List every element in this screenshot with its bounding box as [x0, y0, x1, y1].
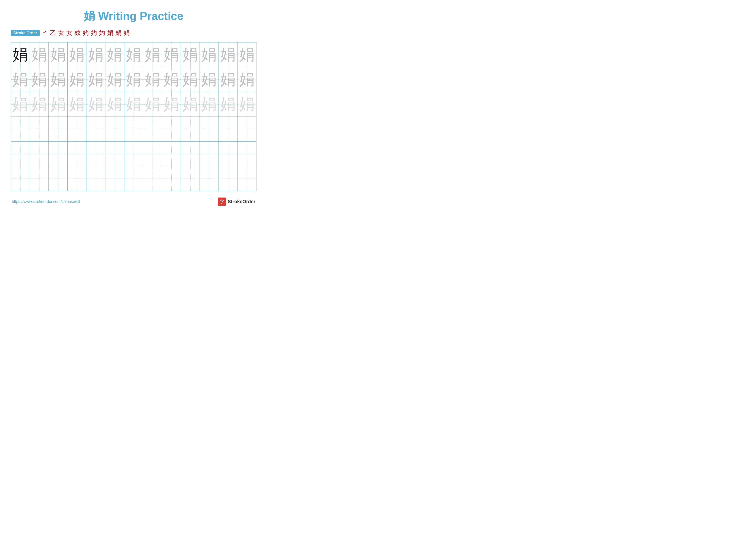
grid-cell[interactable]	[68, 166, 86, 191]
grid-cell[interactable]	[124, 166, 143, 191]
grid-cell: 娟	[143, 92, 162, 117]
grid-cell[interactable]	[30, 166, 49, 191]
character-medium: 娟	[32, 46, 47, 63]
character-medium: 娟	[107, 71, 122, 88]
grid-cell[interactable]	[11, 141, 30, 166]
grid-cell: 娟	[105, 42, 124, 67]
grid-cell[interactable]	[124, 141, 143, 166]
grid-cell: 娟	[86, 92, 105, 117]
stroke-step-8: 妁	[99, 29, 105, 37]
grid-cell[interactable]	[105, 141, 124, 166]
grid-cell: 娟	[162, 42, 181, 67]
grid-cell: 娟	[143, 42, 162, 67]
grid-cell: 娟	[49, 67, 68, 92]
footer-logo: 字 StrokeOrder	[218, 197, 256, 206]
grid-cell[interactable]	[219, 166, 237, 191]
character-light: 娟	[126, 96, 141, 113]
grid-cell: 娟	[219, 92, 237, 117]
grid-cell[interactable]	[143, 166, 162, 191]
grid-cell[interactable]	[219, 141, 237, 166]
stroke-step-11: 娟	[124, 29, 130, 37]
grid-cell: 娟	[86, 42, 105, 67]
character-medium: 娟	[88, 71, 104, 88]
grid-row-2: 娟 娟 娟 娟 娟 娟 娟 娟 娟 娟 娟 娟 娟	[11, 67, 256, 92]
grid-cell[interactable]	[162, 141, 181, 166]
grid-cell[interactable]	[49, 117, 68, 141]
grid-cell: 娟	[105, 67, 124, 92]
grid-cell[interactable]	[143, 141, 162, 166]
stroke-step-3: 女	[58, 29, 64, 37]
grid-cell[interactable]	[200, 117, 219, 141]
grid-cell: 娟	[237, 42, 256, 67]
grid-cell: 娟	[124, 42, 143, 67]
grid-cell[interactable]	[200, 166, 219, 191]
character-light: 娟	[88, 96, 104, 113]
grid-cell[interactable]	[68, 117, 86, 141]
footer-url[interactable]: https://www.strokeorder.com/chinese/娟	[12, 199, 80, 204]
grid-cell: 娟	[181, 92, 200, 117]
character-medium: 娟	[69, 71, 85, 88]
grid-cell[interactable]	[124, 117, 143, 141]
footer: https://www.strokeorder.com/chinese/娟 字 …	[11, 197, 256, 206]
grid-cell: 娟	[200, 67, 219, 92]
grid-cell[interactable]	[86, 117, 105, 141]
grid-cell: 娟	[200, 42, 219, 67]
grid-cell: 娟	[68, 67, 86, 92]
grid-cell[interactable]	[30, 117, 49, 141]
grid-cell: 娟	[49, 92, 68, 117]
grid-cell: 娟	[105, 92, 124, 117]
character-medium: 娟	[50, 71, 66, 88]
grid-cell[interactable]	[11, 166, 30, 191]
stroke-step-6: 妁	[83, 29, 89, 37]
grid-cell[interactable]	[181, 166, 200, 191]
grid-cell[interactable]	[200, 141, 219, 166]
grid-cell[interactable]	[11, 117, 30, 141]
grid-cell[interactable]	[162, 166, 181, 191]
character-medium: 娟	[220, 71, 236, 88]
character-medium: 娟	[126, 46, 141, 63]
character-medium: 娟	[32, 71, 47, 88]
character-light: 娟	[107, 96, 122, 113]
character-medium: 娟	[182, 46, 198, 63]
character-medium: 娟	[220, 46, 236, 63]
character-light: 娟	[239, 96, 255, 113]
grid-cell[interactable]	[68, 141, 86, 166]
grid-cell[interactable]	[181, 117, 200, 141]
character-medium: 娟	[126, 71, 141, 88]
character-medium: 娟	[13, 71, 28, 88]
grid-cell: 娟	[11, 92, 30, 117]
character-medium: 娟	[145, 71, 160, 88]
grid-cell[interactable]	[86, 166, 105, 191]
stroke-step-2: 乙	[50, 29, 56, 37]
grid-row-6	[11, 166, 256, 191]
grid-cell: 娟	[30, 92, 49, 117]
grid-cell: 娟	[181, 67, 200, 92]
grid-cell[interactable]	[162, 117, 181, 141]
grid-cell: 娟	[68, 42, 86, 67]
grid-cell[interactable]	[49, 141, 68, 166]
grid-cell: 娟	[11, 67, 30, 92]
grid-cell[interactable]	[49, 166, 68, 191]
grid-cell[interactable]	[237, 141, 256, 166]
grid-cell: 娟	[162, 67, 181, 92]
grid-cell[interactable]	[30, 141, 49, 166]
grid-cell[interactable]	[105, 166, 124, 191]
grid-cell: 娟	[124, 67, 143, 92]
grid-cell: 娟	[219, 67, 237, 92]
practice-grid: 娟 娟 娟 娟 娟 娟 娟 娟 娟 娟 娟 娟 娟 娟 娟 娟 娟 娟 娟 娟 …	[11, 42, 256, 191]
grid-cell[interactable]	[237, 117, 256, 141]
character-medium: 娟	[182, 71, 198, 88]
character-medium: 娟	[164, 71, 179, 88]
character-medium: 娟	[50, 46, 66, 63]
grid-cell[interactable]	[219, 117, 237, 141]
grid-cell[interactable]	[237, 166, 256, 191]
grid-cell[interactable]	[181, 141, 200, 166]
character-medium: 娟	[164, 46, 179, 63]
character-light: 娟	[32, 96, 47, 113]
character-medium: 娟	[201, 71, 217, 88]
character-light: 娟	[69, 96, 85, 113]
grid-cell[interactable]	[105, 117, 124, 141]
grid-cell[interactable]	[143, 117, 162, 141]
grid-cell: 娟	[30, 42, 49, 67]
grid-cell[interactable]	[86, 141, 105, 166]
